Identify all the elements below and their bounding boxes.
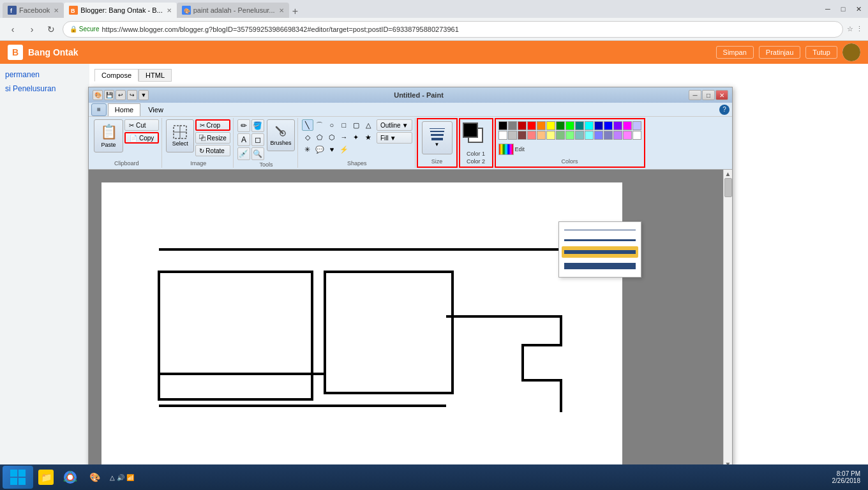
back-button[interactable]: ‹	[5, 22, 20, 37]
outline-button[interactable]: Outline ▼	[377, 119, 412, 131]
color-swatch[interactable]	[498, 131, 507, 140]
color-swatch[interactable]	[585, 121, 594, 130]
shape-callout-button[interactable]: 💬	[314, 144, 326, 155]
select-button[interactable]: Select	[166, 119, 194, 152]
resize-button[interactable]: Resize	[195, 132, 230, 144]
paint-file-button[interactable]: ≡	[91, 103, 107, 116]
color-swatch[interactable]	[537, 131, 546, 140]
sidebar-item-permanen[interactable]: permanen	[5, 70, 84, 79]
color-swatch[interactable]	[575, 131, 584, 140]
color-swatch[interactable]	[527, 121, 536, 130]
color-swatch[interactable]	[565, 121, 574, 130]
color-swatch[interactable]	[537, 121, 546, 130]
color-swatch[interactable]	[594, 121, 603, 130]
menu-icon[interactable]: ⋮	[856, 25, 863, 33]
color-swatch[interactable]	[613, 131, 622, 140]
text-button[interactable]: A	[237, 133, 250, 146]
size-popup-item-3[interactable]	[562, 246, 638, 258]
shape-lightning-button[interactable]: ⚡	[338, 144, 350, 155]
save-button[interactable]: Simpan	[716, 46, 754, 59]
vertical-scrollbar[interactable]: ▲ ▼	[723, 170, 732, 468]
color-swatch[interactable]	[585, 131, 594, 140]
tab-facebook-close[interactable]: ✕	[54, 7, 59, 14]
color-swatch[interactable]	[613, 121, 622, 130]
bookmark-icon[interactable]: ☆	[847, 25, 853, 33]
maximize-button[interactable]: □	[836, 3, 850, 15]
canvas-container[interactable]	[89, 170, 723, 468]
tab-blogger[interactable]: B Blogger: Bang Ontak - B... ✕	[64, 3, 176, 18]
tab-facebook[interactable]: f Facebook ✕	[3, 3, 64, 18]
paint-maximize-button[interactable]: □	[702, 90, 715, 100]
paint-view-tab[interactable]: View	[142, 103, 170, 116]
color-swatch[interactable]	[527, 131, 536, 140]
taskbar-chrome-button[interactable]	[59, 466, 82, 488]
color-swatch[interactable]	[508, 121, 517, 130]
reload-button[interactable]: ↻	[43, 22, 59, 37]
close-blogger-button[interactable]: Tutup	[805, 46, 837, 59]
brushes-button[interactable]: Brushes	[267, 119, 295, 151]
color-swatch[interactable]	[604, 121, 613, 130]
shape-roundrect-button[interactable]: ▢	[350, 119, 362, 131]
scroll-thumb[interactable]	[724, 178, 732, 197]
rotate-button[interactable]: ↻ Rotate	[195, 145, 230, 156]
shape-star4-button[interactable]: ✦	[350, 131, 362, 143]
html-tab[interactable]: HTML	[138, 69, 172, 82]
user-avatar[interactable]	[842, 43, 860, 61]
forward-button[interactable]: ›	[24, 22, 40, 37]
sidebar-item-penelusuran[interactable]: si Penelusuran	[5, 84, 84, 93]
eraser-button[interactable]: ◻	[251, 133, 264, 146]
color-swatch[interactable]	[623, 131, 632, 140]
pencil-button[interactable]: ✏	[237, 119, 250, 132]
scroll-up-arrow[interactable]: ▲	[724, 170, 732, 177]
quick-save-icon[interactable]: 💾	[104, 90, 114, 100]
fill-tool-button[interactable]: 🪣	[251, 119, 264, 132]
minimize-button[interactable]: ─	[821, 3, 835, 15]
size-button[interactable]: ▼	[422, 121, 453, 154]
customize-icon[interactable]: ▼	[138, 90, 149, 100]
paint-home-tab[interactable]: Home	[108, 103, 140, 116]
color-swatch[interactable]	[518, 121, 527, 130]
color-picker-button[interactable]: 💉	[237, 147, 250, 160]
crop-button[interactable]: ✂ Crop	[195, 119, 230, 131]
color-swatch[interactable]	[623, 121, 632, 130]
taskbar-explorer-button[interactable]: 📁	[34, 466, 57, 488]
tab-paint-close[interactable]: ✕	[279, 7, 284, 14]
color1-box[interactable]	[463, 122, 478, 138]
shape-diamond-button[interactable]: ◇	[302, 131, 313, 143]
paste-button[interactable]: 📋 Paste	[94, 119, 123, 152]
color-swatch[interactable]	[565, 131, 574, 140]
color-swatch[interactable]	[546, 121, 555, 130]
color-swatch[interactable]	[518, 131, 527, 140]
url-input[interactable]: 🔒 Secure https://www.blogger.com/blogger…	[63, 21, 843, 38]
shape-star6-button[interactable]: ✳	[302, 144, 313, 155]
tab-paint[interactable]: 🎨 paint adalah - Penelusur... ✕	[177, 3, 289, 18]
size-popup-item-4[interactable]	[562, 259, 638, 273]
paint-help-button[interactable]: ?	[719, 105, 730, 115]
shape-oval-button[interactable]: ○	[326, 119, 338, 131]
shape-triangle-button[interactable]: △	[363, 119, 374, 131]
magnify-button[interactable]: 🔍	[251, 147, 264, 160]
compose-tab[interactable]: Compose	[94, 69, 138, 82]
new-tab-button[interactable]: +	[289, 5, 302, 18]
color-swatch[interactable]	[498, 121, 507, 130]
shape-star5-button[interactable]: ★	[363, 131, 374, 143]
shape-pentagon-button[interactable]: ⬠	[314, 131, 326, 143]
paint-close-button[interactable]: ✕	[715, 90, 728, 100]
cut-button[interactable]: ✂ Cut	[124, 119, 159, 131]
color-swatch[interactable]	[594, 131, 603, 140]
shape-line-button[interactable]: ╲	[302, 119, 313, 131]
color-swatch[interactable]	[575, 121, 584, 130]
copy-button[interactable]: 📄 Copy	[124, 132, 159, 144]
taskbar-paint-button[interactable]: 🎨	[83, 466, 106, 488]
undo-icon[interactable]: ↩	[116, 90, 126, 100]
shape-heart-button[interactable]: ♥	[326, 144, 338, 155]
size-popup-item-1[interactable]	[562, 226, 638, 234]
preview-button[interactable]: Pratinjau	[759, 46, 800, 59]
size-popup-item-2[interactable]	[562, 235, 638, 245]
color-swatch[interactable]	[632, 131, 641, 140]
shape-hexagon-button[interactable]: ⬡	[326, 131, 338, 143]
redo-icon[interactable]: ↪	[127, 90, 137, 100]
shape-curve-button[interactable]: ⌒	[314, 119, 326, 131]
start-button[interactable]	[3, 466, 33, 489]
color-swatch[interactable]	[556, 131, 565, 140]
